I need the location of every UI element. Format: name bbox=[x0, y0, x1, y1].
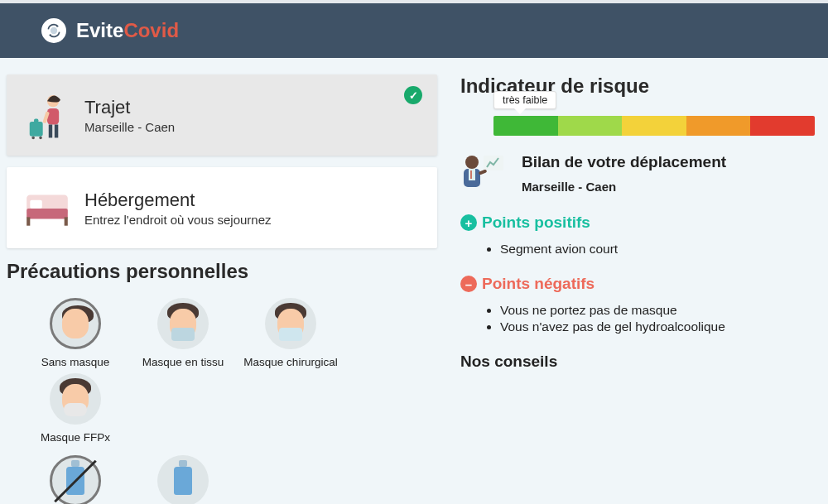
risk-seg-2 bbox=[558, 116, 623, 136]
check-circle-icon: ✓ bbox=[404, 86, 422, 104]
bilan-block: Bilan de votre déplacement Marseille - C… bbox=[460, 152, 815, 194]
advice-heading: Nos conseils bbox=[460, 353, 815, 371]
svg-point-16 bbox=[465, 156, 479, 169]
minus-circle-icon: – bbox=[460, 276, 477, 292]
risk-indicator: très faible bbox=[460, 116, 815, 136]
presenter-icon bbox=[460, 152, 507, 194]
mask-option-label: Sans masque bbox=[41, 356, 110, 368]
negatives-header: – Points négatifs bbox=[460, 275, 815, 293]
risk-seg-5 bbox=[750, 116, 815, 136]
negatives-heading: Points négatifs bbox=[482, 275, 595, 293]
svg-rect-12 bbox=[30, 200, 41, 209]
svg-rect-15 bbox=[484, 156, 503, 170]
brand-part1: Evite bbox=[76, 19, 123, 41]
card-lodging-title: Hébergement bbox=[84, 190, 272, 211]
card-trip[interactable]: Trajet Marseille - Caen ✓ bbox=[7, 74, 437, 156]
mask-option-ffp[interactable]: Masque FFPx bbox=[22, 373, 129, 444]
svg-rect-13 bbox=[26, 217, 30, 225]
mask-option-none[interactable]: Sans masque bbox=[22, 298, 129, 368]
svg-rect-6 bbox=[49, 125, 52, 138]
brand-title: EviteCovid bbox=[76, 19, 179, 42]
traveler-icon bbox=[22, 89, 73, 141]
card-lodging-subtitle: Entrez l'endroit où vous sejournez bbox=[84, 213, 272, 227]
topbar: EviteCovid bbox=[0, 0, 828, 58]
risk-level-tooltip: très faible bbox=[493, 91, 556, 109]
bed-icon bbox=[22, 182, 73, 233]
negatives-list: Vous ne portez pas de masque Vous n'avez… bbox=[460, 303, 815, 334]
svg-rect-20 bbox=[479, 169, 488, 175]
positives-heading: Points positifs bbox=[482, 214, 590, 232]
svg-rect-1 bbox=[30, 122, 43, 137]
card-lodging[interactable]: Hébergement Entrez l'endroit où vous sej… bbox=[7, 167, 437, 248]
gel-icon bbox=[157, 455, 209, 504]
svg-point-0 bbox=[51, 27, 57, 34]
face-no-mask-icon bbox=[50, 298, 101, 349]
risk-seg-3 bbox=[622, 116, 686, 136]
positives-header: + Points positifs bbox=[460, 214, 815, 232]
risk-seg-1 bbox=[493, 116, 558, 136]
mask-option-cloth[interactable]: Masque en tissu bbox=[129, 298, 237, 368]
svg-rect-2 bbox=[34, 118, 38, 122]
face-surgical-mask-icon bbox=[265, 298, 316, 349]
mask-option-label: Masque FFPx bbox=[41, 431, 110, 444]
precautions-heading: Précautions personnelles bbox=[7, 260, 437, 283]
mask-options: Sans masque Masque en tissu Masque chiru… bbox=[7, 298, 437, 444]
svg-point-3 bbox=[31, 137, 35, 140]
gel-option-yes[interactable]: Gel hydroalcoolique bbox=[129, 455, 237, 504]
svg-rect-5 bbox=[47, 108, 59, 124]
mask-option-label: Masque en tissu bbox=[142, 356, 224, 368]
list-item: Vous n'avez pas de gel hydroalcoolique bbox=[500, 319, 815, 334]
svg-rect-14 bbox=[65, 217, 68, 225]
card-trip-title: Trajet bbox=[84, 97, 175, 118]
bilan-route: Marseille - Caen bbox=[522, 180, 726, 194]
svg-rect-19 bbox=[470, 170, 472, 179]
no-gel-icon bbox=[50, 455, 101, 504]
positives-list: Segment avion court bbox=[460, 242, 815, 257]
svg-rect-11 bbox=[26, 209, 68, 218]
brand-part2: Covid bbox=[123, 19, 179, 41]
card-trip-subtitle: Marseille - Caen bbox=[84, 120, 175, 134]
svg-point-4 bbox=[39, 137, 42, 140]
bilan-title: Bilan de votre déplacement bbox=[522, 153, 726, 171]
gel-option-none[interactable]: Pas de gel bbox=[22, 455, 129, 504]
list-item: Vous ne portez pas de masque bbox=[500, 303, 815, 318]
mask-option-label: Masque chirurgical bbox=[243, 356, 337, 368]
face-ffp-mask-icon bbox=[50, 373, 101, 425]
plus-circle-icon: + bbox=[460, 214, 477, 231]
risk-seg-4 bbox=[686, 116, 751, 136]
face-cloth-mask-icon bbox=[157, 298, 209, 349]
mask-option-surgical[interactable]: Masque chirurgical bbox=[237, 298, 344, 368]
brand-logo-icon bbox=[41, 18, 66, 43]
risk-bar bbox=[493, 116, 815, 136]
list-item: Segment avion court bbox=[500, 242, 815, 257]
svg-rect-7 bbox=[55, 125, 58, 138]
gel-options: Pas de gel Gel hydroalcoolique bbox=[7, 455, 437, 504]
